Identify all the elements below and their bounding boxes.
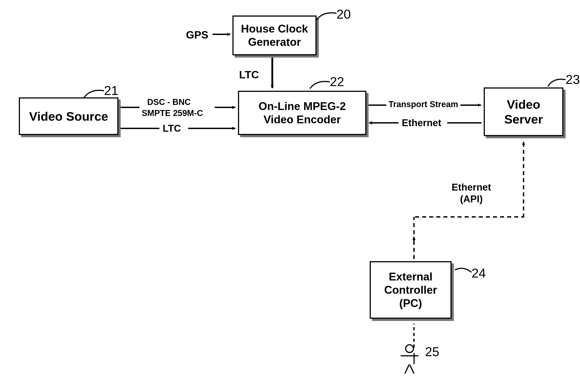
diagram-canvas: House ClockGenerator Video Source On-Lin… (0, 0, 580, 392)
user-icon (405, 344, 423, 385)
arrow-layer (0, 0, 580, 392)
